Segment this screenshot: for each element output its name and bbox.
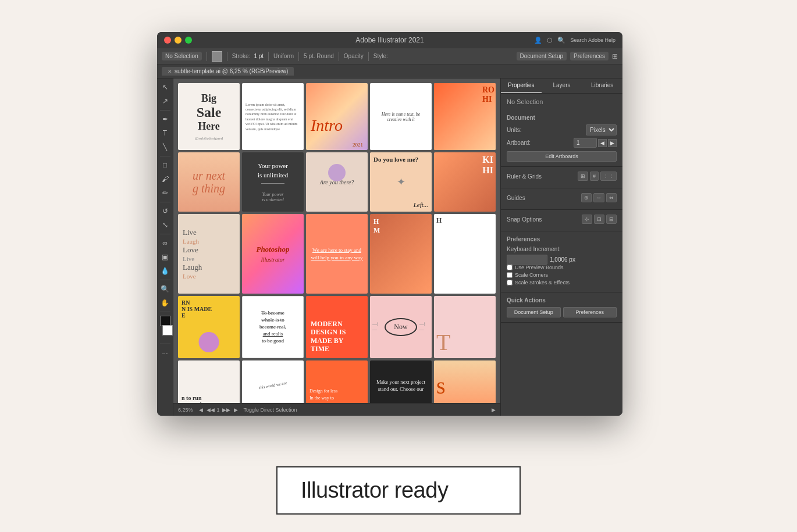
more-tools[interactable]: ···: [159, 347, 172, 359]
zoom-tool[interactable]: 🔍: [159, 283, 172, 295]
artboard-r3c4[interactable]: HM: [370, 214, 432, 294]
tab-libraries[interactable]: Libraries: [582, 78, 622, 93]
ll-live2: Live: [183, 255, 194, 262]
search-help[interactable]: Search Adobe Help: [570, 37, 615, 43]
artboard-label: Artboard:: [507, 140, 531, 146]
r1c5-content: ROHI: [434, 83, 496, 150]
snap-icon-2[interactable]: ⊡: [594, 215, 604, 224]
close-button[interactable]: [164, 37, 171, 44]
qa-document-setup-btn[interactable]: Document Setup: [507, 307, 561, 317]
stroke-box[interactable]: [162, 325, 173, 335]
artboard-we-are-here[interactable]: We are here to stay and will help you in…: [306, 214, 368, 294]
edit-artboards-btn[interactable]: Edit Artboards: [507, 151, 617, 162]
artboard-your-power[interactable]: Your power is unlimited Your poweris unl…: [242, 152, 304, 211]
panel-tabs: Properties Layers Libraries: [501, 78, 622, 94]
last-artboard[interactable]: ▶: [233, 407, 239, 413]
keyboard-input[interactable]: [507, 255, 547, 265]
maximize-button[interactable]: [185, 37, 192, 44]
scale-corners-check[interactable]: [507, 272, 513, 278]
line-tool[interactable]: ╲: [159, 141, 172, 153]
artboard-next[interactable]: ▶: [608, 139, 617, 147]
preferences-btn[interactable]: Preferences: [570, 52, 609, 60]
artboard-t-partial[interactable]: T: [434, 296, 496, 358]
tab-close-icon[interactable]: ✕: [168, 69, 172, 74]
grid-icon[interactable]: #: [590, 172, 599, 181]
paintbrush-tool[interactable]: 🖌: [159, 173, 172, 185]
ll-love: Love: [183, 245, 198, 255]
big-text: Big: [195, 92, 223, 105]
shape-tool[interactable]: □: [159, 159, 172, 172]
document-setup-btn[interactable]: Document Setup: [517, 52, 567, 60]
artboard-prev[interactable]: ◀: [598, 139, 607, 147]
tb-whole-is-to: whole is to: [261, 317, 284, 323]
tab-properties[interactable]: Properties: [501, 78, 542, 93]
artboard-number-input[interactable]: [574, 138, 597, 148]
pencil-tool[interactable]: ✏: [159, 187, 172, 199]
artboard-live-laugh[interactable]: Live Laugh Love Live Laugh Love: [178, 214, 240, 294]
fill-color[interactable]: [212, 51, 222, 62]
snap-icon-1[interactable]: ⊹: [582, 215, 592, 224]
tool-separator-5: [160, 280, 170, 280]
guide-icon-3[interactable]: ⇔: [606, 193, 617, 202]
type-tool[interactable]: T: [159, 127, 172, 140]
guide-icon-1[interactable]: ⊕: [581, 193, 592, 202]
guides-section: Guides ⊕ ↔ ⇔: [501, 188, 622, 210]
preview-bounds-check[interactable]: [507, 265, 513, 270]
file-tab[interactable]: ✕ subtle-template.ai @ 6,25 % (RGB/Previ…: [162, 67, 294, 76]
first-artboard[interactable]: ◀◀: [205, 407, 216, 413]
direct-select-tool[interactable]: ↗: [159, 95, 172, 108]
right-panel: Properties Layers Libraries No Selection…: [500, 78, 622, 416]
qa-preferences-btn[interactable]: Preferences: [563, 307, 617, 317]
snap-icon-3[interactable]: ⊟: [606, 215, 617, 224]
artboard-do-you-love[interactable]: Do you love me? ✦ Left...: [370, 152, 432, 211]
snap-label: Snap Options: [507, 216, 542, 223]
arrange-icon[interactable]: ⊞: [612, 52, 618, 60]
gradient-tool[interactable]: ▣: [159, 251, 172, 263]
units-select[interactable]: Pixels: [586, 124, 617, 135]
hand-tool[interactable]: ✋: [159, 297, 172, 309]
artboard-intro[interactable]: Intro 2021: [306, 83, 368, 150]
rotate-tool[interactable]: ↺: [159, 205, 172, 217]
artboard-r1c5[interactable]: ROHI: [434, 83, 496, 150]
artboard-to-become[interactable]: To become whole is to become real, and r…: [242, 296, 304, 358]
toolbar-separator-6: [368, 52, 369, 61]
blend-tool[interactable]: ∞: [159, 237, 172, 249]
next-artboard[interactable]: ▶▶: [221, 407, 232, 413]
artboard-modern-design[interactable]: MODERN DESIGN IS MADE BY TIME: [306, 296, 368, 358]
keyboard-input-row: 1,0006 px: [507, 255, 617, 265]
artboard-lorem[interactable]: Lorem ipsum dolor sit amet, consectetur …: [242, 83, 304, 150]
pixel-grid-icon[interactable]: ⋮⋮: [600, 172, 617, 181]
keyboard-value: 1,0006 px: [550, 256, 575, 263]
sub-text: @subtlydesigned: [195, 136, 223, 141]
artboard-rn-is-made[interactable]: RNN IS MADEE: [178, 296, 240, 358]
ur-next-text: ur nextg thing: [193, 169, 225, 195]
artboard-now[interactable]: —i— Now —i—: [370, 296, 432, 358]
minimize-button[interactable]: [175, 37, 182, 44]
select-tool[interactable]: ↖: [159, 81, 172, 94]
artboard-are-you[interactable]: Are you there?: [306, 152, 368, 211]
now-line-right: —i—: [419, 322, 429, 332]
artboard-ur-next[interactable]: ur nextg thing: [178, 152, 240, 211]
artboard-big-sale[interactable]: Big Sale Here @subtlydesigned: [178, 83, 240, 150]
rulers-icon[interactable]: ⊞: [578, 172, 588, 181]
scale-tool[interactable]: ⤡: [159, 219, 172, 231]
tab-title: subtle-template.ai @ 6,25 % (RGB/Preview…: [175, 68, 288, 74]
eyedropper-tool[interactable]: 💧: [159, 265, 172, 277]
artboard-nav[interactable]: ◀ ◀◀ 1 ▶▶ ▶: [198, 407, 239, 413]
artboard-r2c5[interactable]: KIHI: [434, 152, 496, 211]
artboard-photoshop[interactable]: Photoshop Illustrator: [242, 214, 304, 294]
tab-layers[interactable]: Layers: [542, 78, 582, 93]
scale-strokes-check[interactable]: [507, 280, 513, 285]
rn-text: RNN IS MADEE: [182, 299, 212, 319]
artboard-num: 1: [217, 407, 220, 413]
tool-separator-4: [160, 234, 170, 234]
yp-divider: [261, 183, 284, 184]
artboard-r3c5[interactable]: H: [434, 214, 496, 294]
document-title: Document: [507, 115, 617, 121]
pen-tool[interactable]: ✒: [159, 113, 172, 126]
guide-icon-2[interactable]: ↔: [593, 193, 604, 202]
document-section: Document Units: Pixels Artboard: ◀ ▶ Edi…: [501, 110, 622, 167]
artboard-here-some[interactable]: Here is some text, be creative with it: [370, 83, 432, 150]
canvas-area[interactable]: Big Sale Here @subtlydesigned Lorem ipsu…: [173, 78, 500, 416]
prev-artboard[interactable]: ◀: [198, 407, 204, 413]
